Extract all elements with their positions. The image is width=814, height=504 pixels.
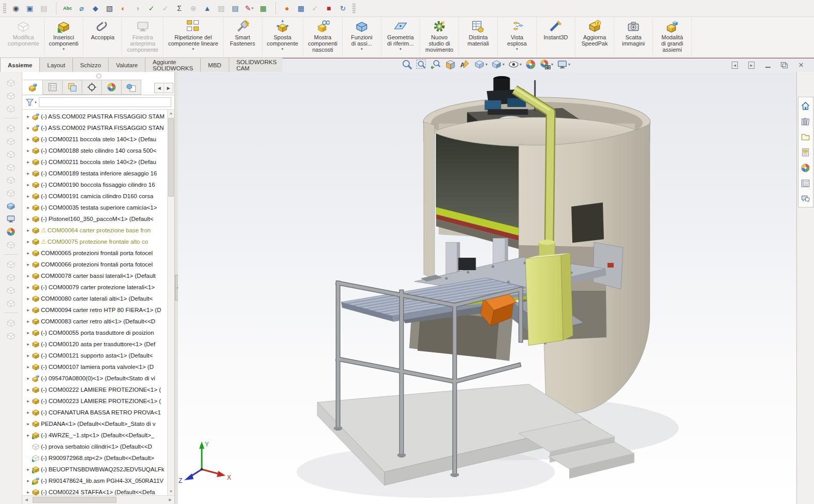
cam-tree-tab[interactable]: [122, 80, 141, 95]
dropdown-caret-icon[interactable]: ▾: [520, 62, 522, 67]
expand-arrow-icon[interactable]: ▸: [25, 296, 32, 301]
dock-tool-19[interactable]: [3, 329, 19, 342]
tree-vertical-scrollbar[interactable]: ▲ ▼: [167, 110, 174, 495]
measure-icon[interactable]: ⌀▾: [75, 2, 88, 14]
previous-view-icon[interactable]: ▾: [431, 59, 441, 70]
expand-arrow-icon[interactable]: ▸: [25, 467, 32, 472]
expand-arrow-icon[interactable]: ▸: [25, 262, 32, 267]
tab-schizzo[interactable]: Schizzo: [73, 58, 109, 72]
tab-aggiunte-solidworks[interactable]: Aggiunte SOLIDWORKS: [145, 58, 201, 72]
approve-icon[interactable]: ✓▾: [308, 2, 321, 14]
tree-item[interactable]: ▸ ⚠ (-) COM00223 LAMIERE PROTEZIONE<1> (: [22, 395, 168, 407]
expand-arrow-icon[interactable]: ▸: [25, 398, 32, 404]
dock-tool-18[interactable]: [3, 316, 19, 329]
dropdown-caret-icon[interactable]: ▾: [485, 62, 487, 67]
annotation-views-icon[interactable]: ▾: [460, 59, 470, 70]
expand-arrow-icon[interactable]: ▸: [25, 114, 32, 119]
expand-arrow-icon[interactable]: ▸: [25, 353, 32, 358]
tree-item[interactable]: ▸ ⚠ COM00080 carter laterali alti<1> (De…: [22, 293, 168, 304]
design-checker-icon[interactable]: ✎▾: [243, 2, 256, 14]
hide-show-items-icon[interactable]: ▾: [508, 59, 522, 70]
tree-item[interactable]: ▸ ⚠ (-) ASS.COM002 PIASTRA FISSAGGIO STA…: [22, 111, 168, 122]
geometry-check-icon[interactable]: ✓▾: [159, 2, 172, 14]
design-library-icon[interactable]: [800, 115, 812, 127]
spellcheck-icon[interactable]: Abc▾: [56, 2, 74, 14]
camera-icon[interactable]: ◉▾: [9, 2, 22, 14]
edit-appearance-icon[interactable]: ▾: [525, 59, 536, 70]
scroll-down-icon[interactable]: ▼: [169, 488, 173, 495]
tab-solidworks-cam[interactable]: SOLIDWORKS CAM: [229, 58, 285, 72]
dropdown-caret-icon[interactable]: ▾: [502, 62, 505, 67]
expand-arrow-icon[interactable]: ▸: [25, 273, 32, 278]
dock-tool-8[interactable]: [3, 173, 19, 186]
tree-item[interactable]: ▸ ⚠ (-) ASS.COM002 PIASTRA FISSAGGIO STA…: [22, 122, 168, 134]
dock-tool-11[interactable]: [3, 212, 19, 225]
tree-item[interactable]: ▸ ⚠ (-) 4WRZE_~1.stp<1> (Default<<Defaul…: [22, 429, 168, 441]
section-properties-icon[interactable]: ▧▾: [103, 2, 116, 14]
scroll-up-icon[interactable]: ▲: [169, 110, 173, 117]
linear-component-pattern-button[interactable]: Ripetizione del componente lineare ▾: [164, 17, 224, 58]
mass-properties-icon[interactable]: ◆▾: [89, 2, 102, 14]
forum-icon[interactable]: [800, 193, 812, 204]
tree-item[interactable]: ▸ ⚠ (-) COM00035 testata superiore camic…: [22, 202, 168, 213]
tree-item[interactable]: ▸ ⚠ (-) COFANATURA BASSA RETRO PROVA<1: [22, 407, 168, 418]
restore-button[interactable]: [779, 61, 790, 70]
expand-arrow-icon[interactable]: ▸: [25, 421, 32, 426]
tree-item[interactable]: ▸ ⚠ COM00083 carter retro alti<1> (Defau…: [22, 316, 168, 327]
expand-arrow-icon[interactable]: ▸: [25, 376, 32, 381]
smart-fasteners-button[interactable]: Smart Fasteners ▾: [224, 17, 262, 58]
dock-tool-6[interactable]: [3, 147, 19, 160]
table-sensor-box[interactable]: [458, 258, 476, 270]
tree-item[interactable]: ▸ ⚠ (-) COM00189 testata inferiore alesa…: [22, 168, 168, 179]
tab-assieme[interactable]: Assieme: [0, 58, 40, 72]
dropdown-caret-icon[interactable]: ▾: [282, 47, 284, 51]
tile-left-button[interactable]: [729, 61, 741, 70]
expand-arrow-icon[interactable]: ▸: [25, 342, 32, 347]
toolbar-grip-2[interactable]: [352, 3, 356, 13]
dropdown-caret-icon[interactable]: ▾: [399, 47, 402, 51]
deviation-analysis-icon[interactable]: ⊕▾: [187, 2, 200, 14]
show-hidden-components-button[interactable]: Mostra componenti nascosti ▾: [303, 17, 343, 58]
sync-icon[interactable]: ↻▾: [336, 2, 349, 14]
displaymanager-tab[interactable]: [102, 80, 122, 95]
dropdown-caret-icon[interactable]: ▾: [568, 62, 570, 67]
dock-tool-15[interactable]: [3, 271, 19, 284]
filter-input[interactable]: [39, 97, 171, 107]
take-snapshot-button[interactable]: Scatta immagini ▾: [614, 17, 653, 58]
tree-item[interactable]: ▸ ⚠ COM00066 protezioni frontali porta f…: [22, 259, 168, 270]
exploded-view-button[interactable]: Vista esplosa ▾: [498, 17, 537, 58]
tree-item[interactable]: ▸ ⚠ (-) R900972968.stp<2> (Default<<Defa…: [22, 452, 168, 464]
expand-arrow-icon[interactable]: ▸: [25, 125, 32, 130]
expand-arrow-icon[interactable]: ▸: [25, 250, 32, 256]
tree-item[interactable]: ▸ ⚠ (-) COM00107 lamiera porta valvole<1…: [22, 361, 168, 373]
import-diagnostics-icon[interactable]: ▤▾: [229, 2, 242, 14]
tree-item[interactable]: ▸ ⚠ (-) BEUOPTNSBDWBWAQ252JEDV5UQALFk: [22, 464, 168, 475]
view-orientation-icon[interactable]: ▾: [474, 59, 487, 70]
dropdown-caret-icon[interactable]: ▾: [35, 100, 37, 105]
home-icon[interactable]: [800, 100, 812, 111]
tree-item[interactable]: ▸ ⚠ (-) COM00222 LAMIERE PROTEZIONE<1> (: [22, 384, 168, 395]
dropdown-caret-icon[interactable]: ▾: [551, 62, 553, 67]
expand-arrow-icon[interactable]: ▸: [25, 137, 32, 142]
scroll-left-icon[interactable]: ◀: [22, 498, 31, 502]
expand-arrow-icon[interactable]: ▸: [25, 319, 32, 324]
zoom-to-area-icon[interactable]: ▾: [416, 59, 427, 70]
expand-arrow-icon[interactable]: ▸: [25, 490, 32, 495]
dropdown-caret-icon[interactable]: ▾: [516, 47, 518, 51]
move-component-button[interactable]: Sposta componente ▾: [262, 17, 304, 58]
tree-item[interactable]: ▸ ⚠ (-) PistoneI160_350_paccoM<1> (Defau…: [22, 213, 168, 225]
dock-tool-7[interactable]: [3, 160, 19, 173]
expand-arrow-icon[interactable]: ▸: [25, 387, 32, 392]
tree-item[interactable]: ▸ ⚠ PEDANA<1> (Default<<Default>_Stato d…: [22, 418, 168, 429]
check-entity-icon[interactable]: ✓▾: [145, 2, 158, 14]
dock-tool-9[interactable]: [3, 186, 19, 199]
tree-item[interactable]: ▸ ⚠ (-) COM00211 boccola stelo 140<2> (D…: [22, 156, 168, 168]
dock-tool-16[interactable]: [3, 284, 19, 297]
expand-arrow-icon[interactable]: ▸: [25, 433, 32, 438]
tab-valutare[interactable]: Valutare: [109, 58, 145, 72]
tree-item[interactable]: ▸ ⚠ (-) COM00188 stelo cilindro 140 cors…: [22, 145, 168, 156]
graphics-area[interactable]: Y X Z: [178, 72, 796, 504]
expand-arrow-icon[interactable]: ▸: [25, 194, 32, 199]
file-explorer-icon[interactable]: [800, 131, 812, 142]
tree-item[interactable]: ▸ ⚠ COM00094 carter retro HTP 80 FIERA<1…: [22, 304, 168, 316]
